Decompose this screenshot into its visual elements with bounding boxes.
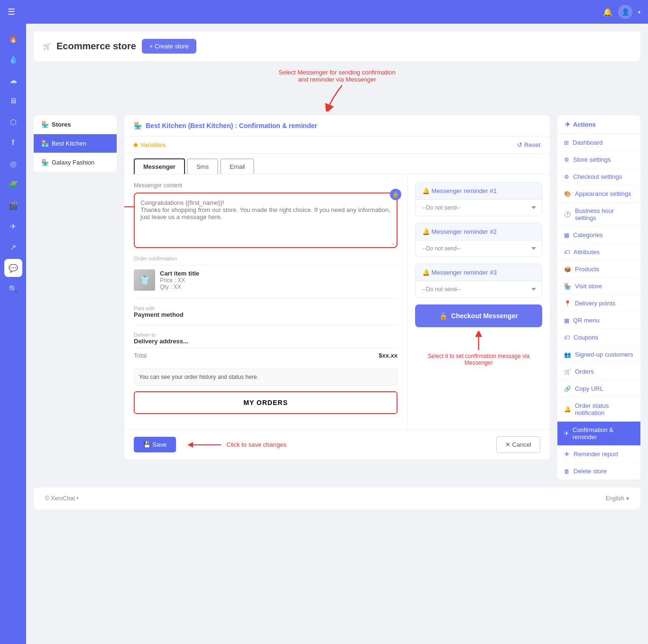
action-categories[interactable]: ▦ Categories [557,227,640,244]
tab-messenger[interactable]: Messenger [134,158,185,174]
action-store-settings[interactable]: ⚙ Store settings [557,151,640,168]
action-delete-store[interactable]: 🗑 Delete store [557,463,640,480]
action-business-hours[interactable]: 🕐 Business hour settings [557,202,640,227]
save-button[interactable]: 💾 Save [134,437,176,452]
cart-item-price: Price : XX [160,277,398,284]
avatar[interactable]: 👤 [618,5,632,19]
reminder-select-3[interactable]: --Do not send-- [416,281,542,297]
cart-item-title: Cart item title [160,270,398,277]
cart-img-placeholder: 👕 [134,269,155,291]
action-confirmation-reminder-label: Confirmation & reminder [573,426,634,441]
action-products-label: Products [575,266,599,273]
bell-icon[interactable]: 🔔 [603,8,612,17]
payment-row: Paid with Payment method [134,303,398,321]
sidebar-icon-facebook[interactable]: f [4,134,22,152]
content-row: 🏪 Stores 🏪 Best Kitchen 🏪 Galaxy Fashion… [34,115,640,480]
reminder-2-label: 🔔 Messenger reminder #2 [422,228,497,235]
action-attributes[interactable]: 🏷 Attributes [557,244,640,261]
sidebar-icon-cloud[interactable]: ☁ [4,71,22,89]
create-store-button[interactable]: + Create store [142,39,196,54]
sidebar-icon-layers[interactable]: ⬡ [4,113,22,131]
language-caret-icon: ▾ [626,495,629,502]
store-item-galaxy-fashion[interactable]: 🏪 Galaxy Fashion [34,153,117,172]
variables-dot [134,143,138,147]
total-label: Total [134,352,147,359]
store-item-icon: 🏪 [41,140,49,147]
sidebar-icon-flame[interactable]: 🔥 [4,29,22,47]
sidebar-icon-monitor[interactable]: 🖥 [4,92,22,110]
sidebar-icon-search[interactable]: 🔍 [4,280,22,298]
store-item-icon-2: 🏪 [41,159,49,166]
messenger-content-label: Messenger content [134,182,398,189]
annotation-save-text: Click to save changes [226,441,286,448]
action-reminder-report-label: Reminder report [574,451,618,458]
action-checkout-settings[interactable]: ⚙ Checkout settings [557,168,640,185]
action-qr-menu[interactable]: ▦ QR menu [557,312,640,329]
sidebar-icon-puzzle[interactable]: 🧩 [4,175,22,193]
action-signed-up-customers-label: Signed-up customers [575,351,633,358]
checkout-messenger-button[interactable]: 🔒 Checkout Messenger [415,304,542,327]
sidebar-icon-drop[interactable]: 💧 [4,50,22,68]
sidebar-icon-instagram[interactable]: ◎ [4,155,22,173]
variables-badge[interactable]: Variables [134,141,166,148]
reminder-3-label: 🔔 Messenger reminder #3 [422,269,497,276]
ecommerce-store-icon: 🛒 [43,43,51,50]
stores-panel-title: Stores [52,121,71,128]
variables-label: Variables [140,141,166,148]
action-delivery-points-label: Delivery points [575,300,615,307]
sidebar-icon-send[interactable]: ✈ [4,217,22,235]
tab-sms[interactable]: Sms [187,158,218,174]
qr-menu-icon: ▦ [564,317,569,324]
total-row: Total $xx.xx [134,348,398,363]
action-copy-url-label: Copy URL [575,385,603,392]
store-item-best-kitchen[interactable]: 🏪 Best Kitchen [34,134,117,153]
action-orders[interactable]: 🛒 Orders [557,363,640,380]
action-checkout-settings-label: Checkout settings [573,173,622,180]
stores-panel-header: 🏪 Stores [34,115,117,134]
cancel-button[interactable]: ✕ Cancel [496,436,540,453]
reminder-report-icon: 👁 [564,451,570,458]
action-signed-up-customers[interactable]: 👥 Signed-up customers [557,346,640,363]
top-annotation-area: Select Messenger for sending confirmatio… [34,69,640,111]
language-selector[interactable]: English ▾ [606,495,629,502]
sidebar-icon-video[interactable]: 🎬 [4,196,22,214]
divider-2 [134,325,398,325]
categories-icon: ▦ [564,232,569,239]
message-textarea[interactable] [135,193,397,239]
reminder-select-2[interactable]: --Do not send-- [416,240,542,257]
sidebar-icon-chat[interactable]: 💬 [4,259,22,277]
action-products[interactable]: 📦 Products [557,261,640,278]
paid-with-label: Paid with [134,305,398,311]
checkout-arrow-svg [472,331,486,350]
action-delivery-points[interactable]: 📍 Delivery points [557,295,640,312]
action-store-settings-label: Store settings [573,156,611,163]
user-caret-icon[interactable]: ▾ [638,9,640,15]
reset-button[interactable]: ↺ Reset [517,141,540,148]
action-coupons-label: Coupons [574,334,598,341]
action-copy-url[interactable]: 🔗 Copy URL [557,380,640,397]
reminder-1-label: 🔔 Messenger reminder #1 [422,187,497,194]
my-orders-button[interactable]: MY ORDERS [135,392,397,413]
action-visit-store[interactable]: 🏪 Visit store [557,278,640,295]
hamburger-icon[interactable]: ☰ [8,7,15,17]
stores-panel: 🏪 Stores 🏪 Best Kitchen 🏪 Galaxy Fashion [34,115,117,172]
actions-header-label: Actions [573,121,596,128]
action-order-status[interactable]: 🔔 Order status notification [557,397,640,422]
cart-item-row: 👕 Cart item title Price : XX Qty : XX [134,265,398,294]
action-coupons[interactable]: 🏷 Coupons [557,329,640,346]
actions-panel-header: ✈ Actions [557,115,640,134]
order-confirmation-section: Order confirmation 👕 Cart item title Pri… [134,256,398,363]
reminder-card-1: 🔔 Messenger reminder #1 --Do not send-- [415,182,542,216]
cart-item-image: 👕 [134,269,155,291]
save-arrow-svg [185,440,223,450]
order-msg-box: You can see your order history and statu… [134,368,398,386]
main-panel: 🏪 Best Kitchen (Best Kitchen) : Confirma… [124,115,550,460]
reminder-select-1[interactable]: --Do not send-- [416,200,542,216]
action-appearance-settings[interactable]: 🎨 Appearance settings [557,185,640,202]
action-confirmation-reminder[interactable]: ✈ Confirmation & reminder [557,422,640,446]
sidebar-icon-share[interactable]: ↗ [4,238,22,256]
tab-email[interactable]: Email [220,158,255,174]
action-dashboard[interactable]: ⊞ Dashboard [557,134,640,151]
action-reminder-report[interactable]: 👁 Reminder report [557,446,640,463]
top-annotation-line2: and reminder via Messenger [278,76,395,83]
